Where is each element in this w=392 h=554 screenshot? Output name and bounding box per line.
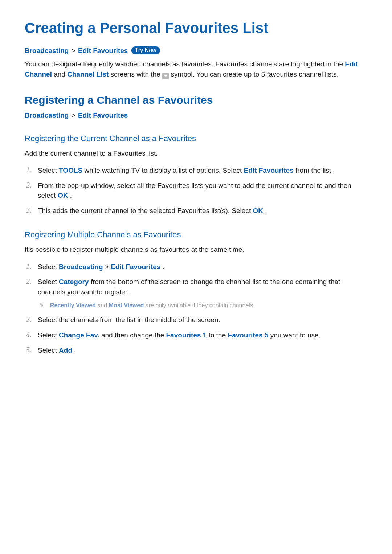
step-item: This adds the current channel to the sel…	[25, 206, 367, 216]
page-title: Creating a Personal Favourites List	[25, 20, 367, 36]
text: >	[105, 263, 111, 271]
ui-term-change-fav: Change Fav.	[59, 331, 99, 339]
breadcrumb-item: Edit Favourites	[78, 111, 128, 119]
ui-term-ok: OK	[58, 192, 68, 199]
note: ✎ Recently Viewed and Most Viewed are on…	[38, 301, 367, 310]
text: You can designate frequently watched cha…	[25, 60, 345, 68]
try-now-badge[interactable]: Try Now	[131, 46, 160, 54]
text: screens with the	[111, 70, 163, 78]
ui-term-category: Category	[59, 278, 89, 286]
text: and then change the	[101, 331, 166, 339]
ui-term-edit-favourites: Edit Favourites	[244, 167, 293, 174]
text: From the pop-up window, select all the F…	[38, 182, 351, 200]
text: you want to use.	[270, 331, 320, 339]
step-item: From the pop-up window, select all the F…	[25, 181, 367, 201]
breadcrumb-item: Edit Favourites	[78, 47, 128, 54]
text: Select	[38, 167, 59, 174]
lead-paragraph: Add the current channel to a Favourites …	[25, 148, 367, 159]
text: are only available if they contain chann…	[146, 302, 255, 308]
text: from the list.	[295, 167, 333, 174]
breadcrumb-item: Broadcasting	[25, 47, 69, 54]
text: Select	[38, 263, 59, 271]
breadcrumb-separator: >	[71, 47, 76, 54]
step-item: Select Change Fav. and then change the F…	[25, 330, 367, 340]
step-item: Select Add .	[25, 345, 367, 356]
breadcrumb-item: Broadcasting	[25, 111, 69, 119]
text: to the	[209, 331, 228, 339]
ui-term-channel-list: Channel List	[67, 70, 109, 78]
breadcrumb: Broadcasting > Edit Favourites	[25, 111, 367, 119]
text: while watching TV to display a list of o…	[84, 167, 244, 174]
ui-term-tools: TOOLS	[59, 167, 82, 174]
step-item: Select Broadcasting > Edit Favourites .	[25, 262, 367, 272]
ui-term-recently-viewed: Recently Viewed	[50, 302, 96, 308]
step-item: Select the channels from the list in the…	[25, 315, 367, 325]
steps-list: Select Broadcasting > Edit Favourites . …	[25, 262, 367, 355]
text: Select	[38, 331, 59, 339]
text: .	[74, 346, 76, 354]
steps-list: Select TOOLS while watching TV to displa…	[25, 165, 367, 216]
step-item: Select TOOLS while watching TV to displa…	[25, 165, 367, 176]
note-icon: ✎	[39, 301, 44, 309]
breadcrumb: Broadcasting > Edit Favourites Try Now	[25, 46, 367, 55]
section-heading: Registering a Channel as Favourites	[25, 94, 367, 106]
text: and	[97, 302, 109, 308]
text: Select	[38, 346, 59, 354]
subsection-heading: Registering the Current Channel as a Fav…	[25, 134, 367, 143]
ui-term-favourites-1: Favourites 1	[166, 331, 207, 339]
text: .	[163, 263, 164, 271]
document-page: Creating a Personal Favourites List Broa…	[0, 0, 392, 554]
text: This adds the current channel to the sel…	[38, 207, 253, 214]
ui-term-ok: OK	[253, 207, 263, 214]
text: and	[54, 70, 67, 78]
text: symbol. You can create up to 5 favourite…	[171, 70, 339, 78]
ui-term-broadcasting: Broadcasting	[59, 263, 103, 271]
ui-term-most-viewed: Most Viewed	[109, 302, 144, 308]
step-item: Select Category from the bottom of the s…	[25, 277, 367, 310]
intro-paragraph: You can designate frequently watched cha…	[25, 59, 367, 79]
text: Select	[38, 278, 59, 286]
lead-paragraph: It's possible to register multiple chann…	[25, 245, 367, 255]
subsection-heading: Registering Multiple Channels as Favouri…	[25, 230, 367, 239]
ui-term-favourites-5: Favourites 5	[228, 331, 269, 339]
heart-icon: ❤	[162, 73, 169, 79]
ui-term-add: Add	[59, 346, 72, 354]
text: .	[265, 207, 267, 214]
text: .	[70, 192, 72, 199]
ui-term-edit-favourites: Edit Favourites	[111, 263, 160, 271]
breadcrumb-separator: >	[71, 111, 76, 119]
